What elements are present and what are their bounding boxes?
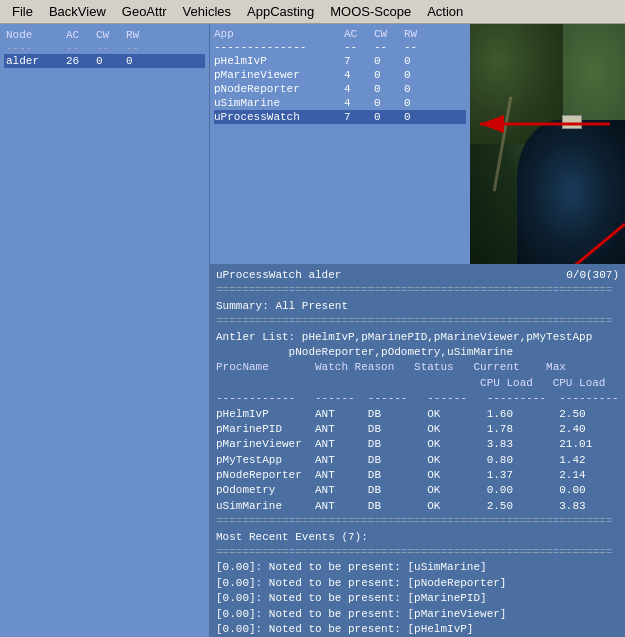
node-list-header: NodeACCWRW — [4, 28, 205, 42]
term-sep4: ========================================… — [216, 545, 619, 560]
proc-row-1: pMarinePID ANT DB OK 1.78 2.40 — [216, 422, 619, 437]
menu-item-vehicles[interactable]: Vehicles — [175, 0, 239, 23]
satellite-view — [470, 24, 625, 264]
node-list-divider: ---------- — [4, 42, 205, 54]
app-table: AppACCWRW--------------------pHelmIvP700… — [210, 24, 470, 264]
terminal-panel: uProcessWatch alder0/0(307)=============… — [210, 264, 625, 637]
terminal-title: uProcessWatch alder — [216, 268, 341, 283]
menu-item-action[interactable]: Action — [419, 0, 471, 23]
left-panel: NodeACCWRW----------alder2600 — [0, 24, 210, 637]
left-bottom-spacer — [0, 264, 209, 637]
term-event-4: [0.00]: Noted to be present: [pHelmIvP] — [216, 622, 619, 637]
node-list: NodeACCWRW----------alder2600 — [0, 24, 209, 264]
main-layout: NodeACCWRW----------alder2600 AppACCWRW-… — [0, 24, 625, 637]
menu-item-geoattr[interactable]: GeoAttr — [114, 0, 175, 23]
term-event-3: [0.00]: Noted to be present: [pMarineVie… — [216, 607, 619, 622]
terminal-count: 0/0(307) — [566, 268, 619, 283]
term-antler-cont: pNodeReporter,pOdometry,uSimMarine — [216, 345, 619, 360]
menu-item-appcasting[interactable]: AppCasting — [239, 0, 322, 23]
app-table-row[interactable]: pHelmIvP700 — [214, 54, 466, 68]
proc-row-6: uSimMarine ANT DB OK 2.50 3.83 — [216, 499, 619, 514]
proc-header1: ProcName Watch Reason Status Current Max — [216, 360, 619, 375]
app-table-divider: -------------------- — [214, 40, 466, 54]
menu-item-moosscope[interactable]: MOOS-Scope — [322, 0, 419, 23]
node-row[interactable]: alder2600 — [4, 54, 205, 68]
app-table-row[interactable]: uSimMarine400 — [214, 96, 466, 110]
term-event-2: [0.00]: Noted to be present: [pMarinePID… — [216, 591, 619, 606]
menubar: FileBackViewGeoAttrVehiclesAppCastingMOO… — [0, 0, 625, 24]
satellite-image — [470, 24, 625, 264]
proc-header2: CPU Load CPU Load — [216, 376, 619, 391]
app-table-row[interactable]: uProcessWatch700 — [214, 110, 466, 124]
app-table-row[interactable]: pMarineViewer400 — [214, 68, 466, 82]
term-events-label: Most Recent Events (7): — [216, 530, 619, 545]
term-sep3: ========================================… — [216, 514, 619, 529]
term-event-1: [0.00]: Noted to be present: [pNodeRepor… — [216, 576, 619, 591]
term-event-0: [0.00]: Noted to be present: [uSimMarine… — [216, 560, 619, 575]
proc-row-5: pOdometry ANT DB OK 0.00 0.00 — [216, 483, 619, 498]
menu-item-backview[interactable]: BackView — [41, 0, 114, 23]
proc-row-4: pNodeReporter ANT DB OK 1.37 2.14 — [216, 468, 619, 483]
menu-item-file[interactable]: File — [4, 0, 41, 23]
term-sep1: ========================================… — [216, 283, 619, 298]
app-table-header: AppACCWRW — [214, 28, 466, 40]
proc-row-0: pHelmIvP ANT DB OK 1.60 2.50 — [216, 407, 619, 422]
right-panel: AppACCWRW--------------------pHelmIvP700… — [210, 24, 625, 637]
term-summary: Summary: All Present — [216, 299, 619, 314]
term-sep2: ========================================… — [216, 314, 619, 329]
term-antler: Antler List: pHelmIvP,pMarinePID,pMarine… — [216, 330, 619, 345]
terminal-title-row: uProcessWatch alder0/0(307) — [216, 268, 619, 283]
proc-divider: ------------ ------ ------ ------ ------… — [216, 391, 619, 406]
app-table-row[interactable]: pNodeReporter400 — [214, 82, 466, 96]
top-right: AppACCWRW--------------------pHelmIvP700… — [210, 24, 625, 264]
proc-row-2: pMarineViewer ANT DB OK 3.83 21.01 — [216, 437, 619, 452]
proc-row-3: pMyTestApp ANT DB OK 0.80 1.42 — [216, 453, 619, 468]
